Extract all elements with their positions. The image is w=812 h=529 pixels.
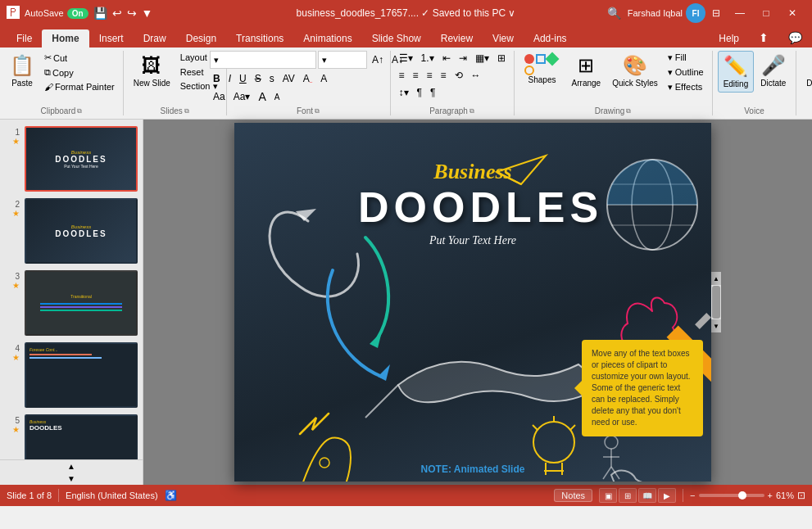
indent-more-button[interactable]: ⇥: [456, 51, 470, 66]
align-left-button[interactable]: ≡: [396, 68, 408, 83]
slide-img-2[interactable]: Business DOODLES: [25, 198, 138, 264]
arrange-button[interactable]: ⊞ Arrange: [567, 51, 606, 91]
italic-button[interactable]: I: [225, 71, 234, 86]
bold-button[interactable]: B: [210, 71, 224, 86]
text-dir-button[interactable]: ⟲: [451, 68, 466, 83]
rtl-button[interactable]: ¶: [414, 85, 425, 100]
slideshow-button[interactable]: ▶: [658, 488, 676, 503]
shape-fill-button[interactable]: ▾ Fill: [665, 51, 707, 65]
font-size-down[interactable]: A: [271, 91, 284, 103]
font-size-dropdown[interactable]: ▾: [318, 51, 367, 69]
align-right-button[interactable]: ≡: [424, 68, 436, 83]
font-color-button[interactable]: A_: [300, 71, 315, 86]
tab-help[interactable]: Help: [709, 29, 749, 47]
increase-font-button[interactable]: A↑: [369, 52, 387, 67]
align-center-button[interactable]: ≡: [410, 68, 422, 83]
ltr-button[interactable]: ¶: [427, 85, 438, 100]
paragraph-expand-icon[interactable]: ⧉: [470, 107, 474, 115]
tab-animations[interactable]: Animations: [293, 29, 361, 47]
clear-format-button[interactable]: Aa: [210, 89, 229, 104]
scroll-down-button[interactable]: ▼: [66, 472, 77, 485]
slide-img-5[interactable]: Business DOODLES: [25, 414, 138, 459]
close-button[interactable]: ✕: [779, 0, 805, 26]
quick-styles-button[interactable]: 🎨 Quick Styles: [607, 51, 663, 91]
tab-draw[interactable]: Draw: [134, 29, 176, 47]
char-spacing-button[interactable]: AV: [279, 71, 298, 86]
autosave-toggle[interactable]: On: [67, 8, 88, 19]
shadow-button[interactable]: s: [266, 71, 278, 86]
dictate-button[interactable]: 🎤 Dictate: [755, 51, 791, 91]
design-ideas-button[interactable]: 💡 Design Ideas: [801, 51, 812, 91]
scroll-up-button[interactable]: ▲: [66, 460, 77, 472]
slide-canvas[interactable]: Business DOODLES Put Your Text Here Move…: [234, 123, 711, 482]
strikethrough-button[interactable]: S: [252, 71, 265, 86]
reading-view-button[interactable]: 📖: [638, 488, 656, 503]
tab-review[interactable]: Review: [431, 29, 483, 47]
font-expand-icon[interactable]: ⧉: [315, 107, 320, 115]
tab-transitions[interactable]: Transitions: [226, 29, 293, 47]
slide-thumb-5[interactable]: 5 ★ Business DOODLES: [5, 414, 138, 459]
normal-view-button[interactable]: ▣: [599, 488, 617, 503]
font-name-dropdown[interactable]: ▾: [210, 51, 316, 69]
smart-art-button[interactable]: ⊞: [494, 51, 509, 66]
slide-img-3[interactable]: Transitional: [25, 270, 138, 336]
shape-effects-button[interactable]: ▾ Effects: [665, 80, 707, 94]
slides-expand-icon[interactable]: ⧉: [184, 107, 189, 115]
tab-design[interactable]: Design: [176, 29, 226, 47]
editing-button[interactable]: ✏️ Editing: [718, 51, 755, 93]
customize-icon[interactable]: ▼: [142, 7, 153, 20]
columns-button[interactable]: ▦▾: [472, 51, 492, 66]
copy-button[interactable]: ⧉ Copy: [41, 66, 118, 79]
undo-icon[interactable]: ↩: [112, 7, 122, 20]
minimize-button[interactable]: —: [727, 0, 753, 26]
comments-icon[interactable]: 💬: [778, 28, 812, 47]
search-icon[interactable]: 🔍: [607, 7, 621, 20]
cut-button[interactable]: ✂ Cut: [41, 51, 118, 65]
indent-less-button[interactable]: ⇤: [439, 51, 454, 66]
slide-thumb-2[interactable]: 2 ★ Business DOODLES: [5, 198, 138, 264]
justify-button[interactable]: ≡: [438, 68, 450, 83]
tab-slideshow[interactable]: Slide Show: [362, 29, 431, 47]
zoom-out-button[interactable]: −: [690, 491, 695, 500]
notes-button[interactable]: Notes: [554, 489, 592, 502]
slide-img-4[interactable]: Foresee Cont...: [25, 342, 138, 408]
tab-file[interactable]: File: [7, 29, 42, 47]
tab-home[interactable]: Home: [42, 29, 88, 47]
paste-button[interactable]: 📋 Paste: [5, 51, 39, 91]
slide-thumb-4[interactable]: 4 ★ Foresee Cont...: [5, 342, 138, 408]
font-size-up[interactable]: A: [255, 88, 269, 105]
share-icon[interactable]: ⬆: [749, 28, 778, 47]
highlight-button[interactable]: A: [317, 71, 330, 86]
slide-img-1[interactable]: Business DOODLES Put Your Text Here: [25, 126, 138, 192]
clipboard-expand-icon[interactable]: ⧉: [77, 107, 82, 115]
format-painter-button[interactable]: 🖌 Format Painter: [41, 80, 118, 93]
convert-button[interactable]: ↔: [468, 68, 484, 83]
tab-addins[interactable]: Add-ins: [524, 29, 577, 47]
zoom-slider[interactable]: [699, 494, 764, 497]
shape-outline-button[interactable]: ▾ Outline: [665, 66, 707, 79]
maximize-button[interactable]: □: [753, 0, 779, 26]
save-icon[interactable]: 💾: [93, 7, 107, 20]
drawing-expand-icon[interactable]: ⧉: [626, 107, 631, 115]
numbering-button[interactable]: 1.▾: [418, 51, 438, 66]
tab-insert[interactable]: Insert: [89, 29, 134, 47]
scroll-up-button[interactable]: ▲: [711, 272, 721, 285]
shapes-button[interactable]: Shapes: [519, 51, 565, 88]
bullets-button[interactable]: ☰▾: [396, 51, 416, 66]
fit-slide-button[interactable]: ⊡: [797, 490, 805, 501]
font-row1: ▾ ▾ A↑ A↓: [210, 51, 406, 69]
slide-sorter-button[interactable]: ⊞: [619, 488, 637, 503]
slide-thumb-1[interactable]: 1 ★ Business DOODLES Put Your Text Here: [5, 126, 138, 192]
scrollbar-thumb[interactable]: [712, 286, 720, 319]
tab-view[interactable]: View: [483, 29, 524, 47]
ribbon-display-icon[interactable]: ⊟: [712, 7, 720, 19]
scroll-down-button[interactable]: ▼: [711, 319, 721, 332]
line-spacing-button[interactable]: ↕▾: [396, 85, 412, 100]
zoom-in-button[interactable]: +: [768, 491, 773, 500]
underline-button[interactable]: U: [236, 71, 250, 86]
slide-thumb-3[interactable]: 3 ★ Transitional: [5, 270, 138, 336]
case-button[interactable]: Aa▾: [230, 89, 254, 104]
redo-icon[interactable]: ↪: [127, 7, 137, 20]
new-slide-button[interactable]: 🖼 New Slide: [129, 51, 175, 91]
accessibility-icon[interactable]: ♿: [165, 490, 177, 501]
